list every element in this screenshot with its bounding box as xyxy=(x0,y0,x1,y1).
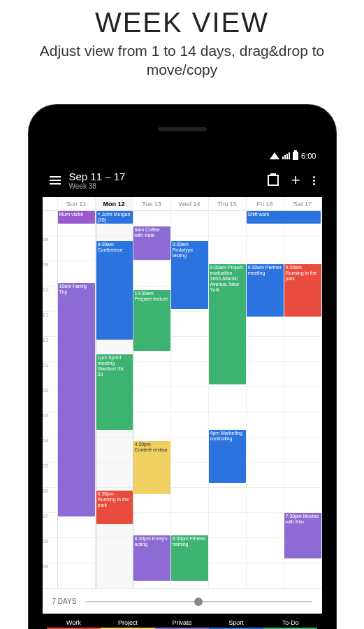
battery-icon xyxy=(293,152,298,160)
overflow-icon[interactable] xyxy=(313,176,315,185)
day-column[interactable]: 8am Coffee with Kate10:30am Prepare lect… xyxy=(133,211,171,588)
app-bar: Sep 11 – 17 Week 38 + xyxy=(43,164,322,197)
calendar-event[interactable]: 8:30pm Fitness training xyxy=(171,535,208,581)
day-header[interactable]: Sat 17 xyxy=(284,197,322,210)
hour-label: 07 xyxy=(43,513,58,538)
day-header[interactable]: Thu 15 xyxy=(209,197,247,210)
week-label: Week 38 xyxy=(69,182,259,190)
hour-label: 10 xyxy=(43,287,58,312)
legend-item[interactable]: Private xyxy=(155,619,210,630)
day-header[interactable]: Wed 14 xyxy=(171,197,209,210)
date-range: Sep 11 – 17 xyxy=(69,171,259,182)
day-header[interactable]: Fri 16 xyxy=(247,197,284,210)
legend-label: To-Do xyxy=(282,619,299,626)
calendar-event[interactable]: 8:30pm Emily's acting xyxy=(133,535,170,581)
hour-column: 0809101112010203040506070809 xyxy=(43,211,58,588)
hour-label: 04 xyxy=(43,438,58,463)
promo-subtitle: Adjust view from 1 to 14 days, drag&drop… xyxy=(14,41,350,80)
calendar-event[interactable]: 8am Coffee with Kate xyxy=(133,226,170,261)
legend-item[interactable]: To-Do xyxy=(263,619,318,630)
day-column[interactable]: Mum visitin10am Family Trip xyxy=(58,211,96,588)
day-header[interactable]: Sun 11 xyxy=(58,197,96,210)
calendar-event[interactable]: 6:30pm Running in the park xyxy=(96,491,133,525)
hour-label: 08 xyxy=(43,236,58,261)
calendar-event[interactable]: Mum visitin xyxy=(58,211,95,224)
signal-icon xyxy=(282,152,290,159)
day-header-row: Sun 11Mon 12Tue 13Wed 14Thu 15Fri 16Sat … xyxy=(43,197,322,211)
calendar-event[interactable]: 1pm Sprint meeting Stanford Str. 33 xyxy=(96,354,133,430)
app-screen: 6:00 Sep 11 – 17 Week 38 + Sun 11Mon 12T… xyxy=(43,148,322,629)
legend-label: Sport xyxy=(228,619,244,626)
calendar-event[interactable]: 9:30am Running in the park xyxy=(284,264,321,317)
hour-label xyxy=(43,211,58,236)
calendar-event[interactable]: 4pm Marketing controlling xyxy=(209,430,246,483)
legend-label: Work xyxy=(66,619,81,626)
legend-item[interactable]: Sport xyxy=(209,619,263,630)
slider-label: 7 DAYS xyxy=(52,598,77,605)
today-icon[interactable] xyxy=(268,175,279,186)
phone-speaker xyxy=(158,127,207,131)
appbar-title-block[interactable]: Sep 11 – 17 Week 38 xyxy=(69,171,259,190)
add-icon[interactable]: + xyxy=(291,171,300,189)
calendar-event[interactable]: 8:30am Prototype testing xyxy=(171,241,208,309)
hour-label: 02 xyxy=(43,387,58,412)
calendar-event[interactable]: 10:30am Prepare lecture xyxy=(133,290,170,350)
status-time: 6:00 xyxy=(301,152,316,160)
calendar-event[interactable]: 8:30am Conference xyxy=(96,241,133,339)
calendar-legend: WorkProjectPrivateSportTo-Do xyxy=(43,614,322,629)
promo-title: WEEK VIEW xyxy=(14,7,350,38)
day-column[interactable]: 8:30am Prototype testing8:30pm Fitness t… xyxy=(171,211,209,588)
legend-label: Project xyxy=(118,619,138,626)
day-column[interactable]: Shift work9:30am Partner meeting xyxy=(247,211,284,588)
legend-label: Private xyxy=(172,619,191,626)
day-header[interactable]: Tue 13 xyxy=(133,197,171,210)
hour-label: 03 xyxy=(43,412,58,438)
hour-label: 11 xyxy=(43,312,58,337)
promo-banner: WEEK VIEW Adjust view from 1 to 14 days,… xyxy=(0,0,364,85)
calendar-event[interactable]: 9:30am Project evaluation 1663 Atlantic … xyxy=(209,264,246,385)
hamburger-icon[interactable] xyxy=(50,176,61,185)
legend-item[interactable]: Project xyxy=(101,619,155,630)
days-slider[interactable]: 7 DAYS xyxy=(43,588,322,614)
hour-label: 05 xyxy=(43,463,58,488)
hour-label: 01 xyxy=(43,362,58,387)
phone-frame: 6:00 Sep 11 – 17 Week 38 + Sun 11Mon 12T… xyxy=(29,105,336,629)
status-bar: 6:00 xyxy=(43,148,322,164)
day-column[interactable]: 9:30am Running in the park7:30pm Movies … xyxy=(284,211,322,588)
hour-label: 06 xyxy=(43,488,58,513)
day-column[interactable]: = John Morgan (30)8:30am Conference1pm S… xyxy=(96,211,133,588)
day-header[interactable]: Mon 12 xyxy=(96,197,133,210)
calendar-event[interactable]: = John Morgan (30) xyxy=(96,211,133,224)
calendar-event[interactable]: 9:30am Partner meeting xyxy=(247,264,284,317)
hour-label: 08 xyxy=(43,538,58,563)
slider-thumb[interactable] xyxy=(194,598,203,606)
slider-track[interactable] xyxy=(86,601,312,602)
calendar-event[interactable]: 4:30pm Content review xyxy=(133,441,170,494)
calendar-event[interactable]: 10am Family Trip xyxy=(58,283,95,517)
wifi-icon xyxy=(270,152,279,159)
hour-label: 12 xyxy=(43,337,58,362)
calendar-event[interactable]: 7:30pm Movies with Kim xyxy=(284,513,321,558)
hour-label: 09 xyxy=(43,261,58,287)
hour-label: 09 xyxy=(43,563,58,588)
legend-item[interactable]: Work xyxy=(47,619,101,630)
calendar-grid[interactable]: 0809101112010203040506070809Mum visitin1… xyxy=(43,211,322,588)
day-column[interactable]: 9:30am Project evaluation 1663 Atlantic … xyxy=(209,211,247,588)
